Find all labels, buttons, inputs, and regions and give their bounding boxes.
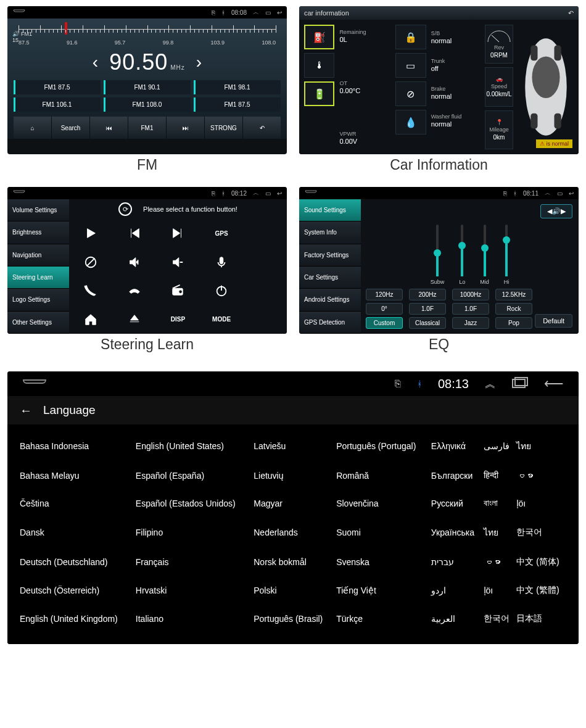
language-option[interactable]: Українська	[430, 517, 483, 548]
language-option[interactable]: Bahasa Indonesia	[19, 431, 134, 461]
eq-chip[interactable]: Classical	[409, 317, 446, 329]
language-option[interactable]: Español (España)	[134, 461, 252, 489]
eq-chip[interactable]: Custom	[366, 317, 403, 329]
eq-chip[interactable]: Jazz	[452, 317, 489, 329]
balance-button[interactable]: ◀🔊▶	[540, 204, 572, 218]
mode-button[interactable]: MODE	[200, 305, 244, 334]
hangup-icon[interactable]	[113, 276, 157, 305]
language-option[interactable]: Slovenčina	[335, 489, 430, 517]
eq-slider[interactable]	[436, 225, 439, 276]
seek-next-button[interactable]: ⏭	[167, 117, 205, 139]
language-option[interactable]: اردو	[430, 576, 483, 605]
language-option[interactable]: Dansk	[19, 517, 134, 548]
language-option[interactable]: Español (Estados Unidos)	[134, 489, 252, 517]
back-icon[interactable]: ↩	[277, 9, 282, 16]
language-option[interactable]: Português (Brasil)	[252, 605, 335, 633]
fm-ruler[interactable]	[19, 23, 276, 39]
language-option[interactable]: हिन्दी	[482, 461, 515, 489]
sidebar-item[interactable]: Other Settings	[7, 312, 69, 334]
language-option[interactable]: Română	[335, 461, 430, 489]
eq-slider[interactable]	[484, 225, 486, 276]
language-option[interactable]: বাংলা	[482, 489, 515, 517]
language-option[interactable]: Български	[430, 461, 483, 489]
prev-icon[interactable]	[113, 219, 157, 248]
language-option[interactable]: Italiano	[134, 605, 252, 633]
scan-button[interactable]: STRONG	[205, 117, 243, 139]
recent-icon[interactable]: ▭	[265, 9, 271, 16]
vol-down-icon[interactable]	[156, 248, 200, 277]
eject-icon[interactable]	[113, 305, 157, 334]
language-option[interactable]: Deutsch (Deutschland)	[19, 548, 134, 576]
next-icon[interactable]	[156, 219, 200, 248]
sidebar-item[interactable]: Navigation	[7, 244, 69, 267]
eq-chip[interactable]: Pop	[495, 317, 532, 329]
eq-chip[interactable]: 0°	[366, 303, 403, 315]
language-option[interactable]: 中文 (简体)	[515, 548, 567, 576]
band-button[interactable]: FM1	[128, 117, 167, 139]
eq-slider[interactable]	[461, 225, 463, 276]
eq-slider[interactable]	[505, 225, 508, 276]
sidebar-item[interactable]: Android Settings	[299, 289, 361, 311]
eq-chip[interactable]: 120Hz	[366, 289, 403, 300]
language-option[interactable]: ไทย	[515, 431, 567, 461]
language-option[interactable]: Русский	[430, 489, 483, 517]
language-option[interactable]: 中文 (繁體)	[515, 576, 567, 605]
language-option[interactable]: Türkçe	[335, 605, 430, 633]
play-icon[interactable]	[69, 219, 113, 248]
language-option[interactable]: فارسی	[482, 431, 515, 461]
sidebar-item[interactable]: Sound Settings	[299, 199, 361, 221]
language-option[interactable]: Português (Portugal)	[335, 431, 430, 461]
language-option[interactable]: 한국어	[515, 517, 567, 548]
home-icon[interactable]	[69, 305, 113, 334]
eq-chip[interactable]: Rock	[495, 303, 532, 315]
language-option[interactable]: Français	[134, 548, 252, 576]
seek-prev-button[interactable]: ⏮	[90, 117, 128, 139]
language-option[interactable]: Nederlands	[252, 517, 335, 548]
language-option[interactable]: Latviešu	[252, 431, 335, 461]
sidebar-item[interactable]: Car Settings	[299, 267, 361, 289]
language-option[interactable]: English (United Kingdom)	[19, 605, 134, 633]
language-option[interactable]: ไทย	[482, 517, 515, 548]
sidebar-item[interactable]: Logo Settings	[7, 289, 69, 311]
preset-button[interactable]: FM1 98.1	[194, 80, 281, 94]
language-option[interactable]: עברית	[430, 548, 483, 576]
language-option[interactable]: Bahasa Melayu	[19, 461, 134, 489]
power-icon[interactable]	[200, 276, 244, 305]
language-option[interactable]: Svenska	[335, 548, 430, 576]
refresh-icon[interactable]: ⟳	[118, 202, 132, 216]
eq-chip[interactable]: 1000Hz	[452, 289, 489, 300]
sidebar-item[interactable]: Factory Settings	[299, 244, 361, 267]
tune-up-button[interactable]: ›	[196, 52, 202, 72]
language-option[interactable]: ļöı	[482, 576, 515, 605]
up-icon[interactable]: ︽	[485, 376, 496, 391]
language-option[interactable]: ļöı	[515, 489, 567, 517]
language-option[interactable]: Magyar	[252, 489, 335, 517]
eq-chip[interactable]: 200Hz	[409, 289, 446, 300]
tune-down-button[interactable]: ‹	[93, 52, 98, 72]
language-option[interactable]: Lietuvių	[252, 461, 335, 489]
preset-button[interactable]: FM1 90.1	[104, 80, 191, 94]
eq-chip[interactable]: 12.5KHz	[495, 289, 532, 300]
sidebar-item[interactable]: Brightness	[7, 221, 69, 244]
back-icon[interactable]: ⟵	[544, 376, 564, 392]
sidebar-item[interactable]: System Info	[299, 221, 361, 244]
sidebar-item[interactable]: Steering Learn	[7, 267, 69, 289]
language-option[interactable]: Deutsch (Österreich)	[19, 576, 134, 605]
language-option[interactable]: Filipino	[134, 517, 252, 548]
language-option[interactable]: العربية	[430, 605, 483, 633]
preset-button[interactable]: FM1 87.5	[14, 80, 101, 94]
tuner-needle[interactable]	[65, 22, 67, 35]
language-option[interactable]: Polski	[252, 576, 335, 605]
language-option[interactable]: Čeština	[19, 489, 134, 517]
home-button[interactable]: ⌂	[14, 117, 52, 139]
language-option[interactable]: Ελληνικά	[430, 431, 483, 461]
disp-button[interactable]: DISP	[156, 305, 200, 334]
sidebar-item[interactable]: Volume Settings	[7, 199, 69, 221]
return-button[interactable]: ↶	[243, 117, 281, 139]
default-button[interactable]: Default	[535, 314, 572, 328]
eq-chip[interactable]: 1.0F	[409, 303, 446, 315]
mute-icon[interactable]	[69, 248, 113, 277]
eq-chip[interactable]: 1.0F	[452, 303, 489, 315]
gps-button[interactable]: GPS	[200, 219, 244, 248]
search-button[interactable]: Search	[52, 117, 90, 139]
